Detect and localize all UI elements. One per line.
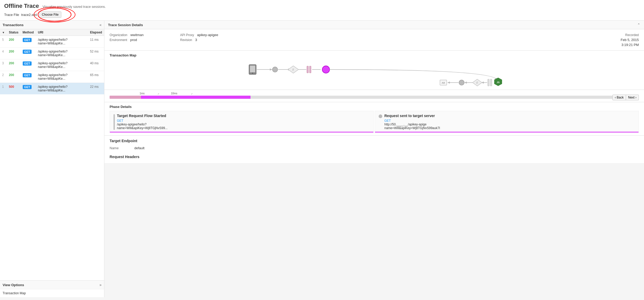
table-row[interactable]: 1500GET/apikey-apigee/hello?name=Will&ap… <box>0 83 104 95</box>
back-button[interactable]: ‹ Back <box>612 95 626 100</box>
env-value: prod <box>130 38 137 42</box>
tx-method: GET <box>21 36 36 48</box>
trace-session-title: Trace Session Details <box>108 23 143 27</box>
col-uri: URI <box>36 29 88 36</box>
proxy-row: API Proxy apikey-apigee <box>180 33 218 37</box>
collapse-left-button[interactable]: « <box>99 23 102 27</box>
method-button[interactable]: GET <box>23 73 32 77</box>
phase-card-1-title: Target Request Flow Started <box>117 114 168 118</box>
tx-elapsed: 22 ms <box>88 83 104 95</box>
col-method: Method <box>21 29 36 36</box>
timeline-bracket-open: ⌌ <box>157 92 159 95</box>
method-button[interactable]: GET <box>23 85 32 89</box>
transactions-table-container: ▼ Status Method URI Elapsed 5200GET/apik… <box>0 29 104 280</box>
col-status: Status <box>7 29 21 36</box>
svg-point-3 <box>252 73 253 74</box>
view-options-bar: View Options » <box>0 280 104 289</box>
svg-point-15 <box>322 66 330 73</box>
tx-status: 200 <box>7 36 21 48</box>
recorded-date-row: Feb 5, 2015 <box>621 38 639 42</box>
phase-card-2: Request sent to target server GET http:/… <box>375 111 639 133</box>
org-value: wwitman <box>130 33 144 37</box>
choose-file-button[interactable]: Choose File <box>39 11 61 18</box>
endpoint-name-label: Name <box>110 145 134 151</box>
next-button[interactable]: Next › <box>626 95 639 100</box>
phase-card-2-get: GET <box>384 119 440 123</box>
phase-card-1: Target Request Flow Started GET /apikey-… <box>110 111 374 133</box>
tx-id: 3 <box>0 59 7 71</box>
right-panel-content: Organization wwitman Environment prod AP… <box>104 29 644 297</box>
svg-point-27 <box>459 80 464 85</box>
svg-rect-12 <box>307 66 308 73</box>
recorded-label-row: Recorded <box>621 33 639 37</box>
tx-method: GET <box>21 48 36 59</box>
table-row[interactable]: 5200GET/apikey-apigee/hello?name=Will&ap… <box>0 36 104 48</box>
session-details: Organization wwitman Environment prod AP… <box>104 29 644 51</box>
proxy-label: API Proxy <box>180 33 194 37</box>
phase-card-2-title: Request sent to target server <box>384 114 440 118</box>
env-row: Environment prod <box>110 38 144 42</box>
timeline-label-1ms: 1ms <box>140 92 145 95</box>
phase-card-2-dot <box>379 114 382 118</box>
tx-status: 200 <box>7 48 21 59</box>
svg-text:F: F <box>293 68 294 71</box>
tx-elapsed: 65 ms <box>88 71 104 83</box>
table-row[interactable]: 2200GET/apikey-apigee/hello?name=Will&ap… <box>0 71 104 83</box>
tx-uri: /apikey-apigee/hello?name=Will&apiKe... <box>36 83 88 95</box>
phase-details-title: Phase Details <box>110 105 639 109</box>
timeline-label-10ms: 10ms <box>171 92 177 95</box>
view-options-label: View Options <box>3 283 24 287</box>
transactions-title: Transactions <box>3 23 23 27</box>
recorded-time: 3:19:21 PM <box>622 43 639 47</box>
right-panel-header: Trace Session Details ⌃ <box>104 21 644 29</box>
revision-row: Revision 3 <box>180 38 218 42</box>
timeline-bar-magenta <box>141 96 251 99</box>
tx-method: GET <box>21 59 36 71</box>
timeline-section: 1ms ⌌ 10ms ⌌ ‹ Back Next › <box>104 90 644 102</box>
tx-status: 200 <box>7 71 21 83</box>
table-header-row: ▼ Status Method URI Elapsed <box>0 29 104 36</box>
timeline-bar-pink <box>110 96 141 99</box>
tx-elapsed: 40 ms <box>88 59 104 71</box>
right-panel: Trace Session Details ⌃ Organization wwi… <box>104 21 644 297</box>
session-org-env: Organization wwitman Environment prod <box>110 33 144 47</box>
endpoint-name-row: Name default <box>110 145 160 151</box>
svg-rect-2 <box>250 66 255 72</box>
phase-card-2-bottom-bar <box>375 132 639 132</box>
svg-marker-5 <box>270 68 272 71</box>
phase-card-2-url: http://50.____.__/apikey-apige <box>384 123 440 126</box>
table-row[interactable]: 4200GET/apikey-apigee/hello?name=Will&ap… <box>0 48 104 59</box>
page-title: Offline Trace <box>4 3 39 9</box>
transaction-map-section: Transaction Map <box>104 51 644 90</box>
endpoint-table: Name default <box>110 145 160 151</box>
env-label: Environment <box>110 38 127 42</box>
tx-status: 500 <box>7 83 21 95</box>
svg-text:AX: AX <box>442 82 445 84</box>
recorded-date: Feb 5, 2015 <box>621 38 639 42</box>
table-row[interactable]: 3200GET/apikey-apigee/hello?name=Will&ap… <box>0 59 104 71</box>
left-panel: Transactions « ▼ Status Method URI Elaps… <box>0 21 104 297</box>
transaction-map-option: Transaction Map <box>0 289 104 297</box>
tx-method: GET <box>21 71 36 83</box>
map-container: F <box>110 59 639 88</box>
tx-map-title: Transaction Map <box>110 53 639 57</box>
endpoint-name-value: default <box>134 145 160 151</box>
method-button[interactable]: GET <box>23 50 32 54</box>
svg-rect-19 <box>488 79 489 86</box>
tx-uri: /apikey-apigee/hello?name=Will&apiKe... <box>36 48 88 59</box>
collapse-view-options-button[interactable]: » <box>99 283 102 287</box>
phase-card-2-content: Request sent to target server GET http:/… <box>379 114 635 130</box>
back-next-buttons: ‹ Back Next › <box>612 95 639 100</box>
tx-status: 200 <box>7 59 21 71</box>
svg-rect-13 <box>309 66 311 73</box>
col-elapsed: Elapsed <box>88 29 104 36</box>
svg-text:JS: JS <box>497 81 499 84</box>
method-button[interactable]: GET <box>23 61 32 66</box>
phase-card-1-bottom-bar <box>110 132 373 132</box>
phase-details-section: Phase Details Target Request Flow Starte… <box>104 102 644 136</box>
collapse-right-button[interactable]: ⌃ <box>637 23 640 27</box>
method-button[interactable]: GET <box>23 38 32 42</box>
phase-card-2-params: name=Will&apiKey=Wj8TGjNvS99auk7I <box>384 126 440 130</box>
endpoint-title: Target Endpoint <box>110 139 639 143</box>
session-recorded: Recorded Feb 5, 2015 3:19:21 PM <box>621 33 639 47</box>
